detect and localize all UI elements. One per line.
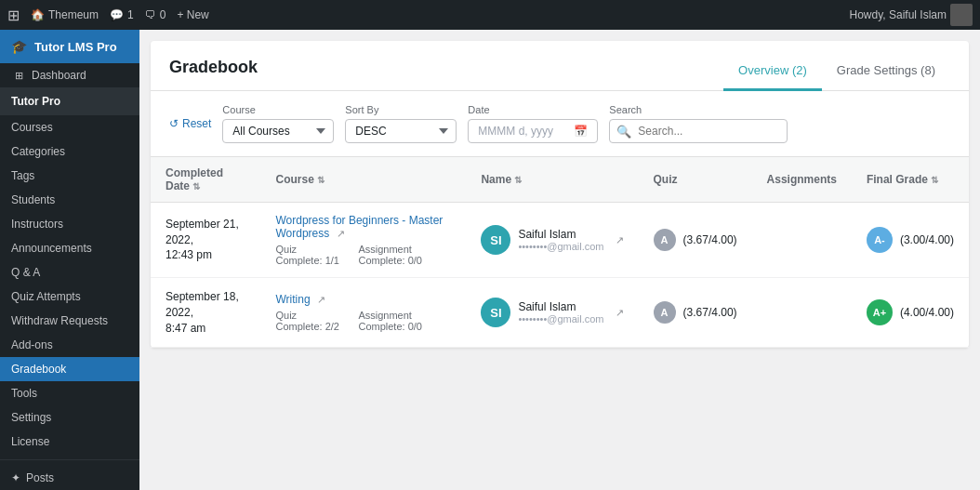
- sidebar-item-license[interactable]: License: [0, 430, 139, 454]
- license-label: License: [11, 435, 49, 448]
- search-input[interactable]: [609, 119, 788, 143]
- sortby-select[interactable]: DESC: [345, 119, 457, 143]
- sidebar: 🎓 Tutor LMS Pro ⊞ Dashboard Tutor Pro Co…: [0, 30, 139, 490]
- qa-label: Q & A: [11, 266, 40, 279]
- sidebar-item-courses[interactable]: Courses: [0, 115, 139, 139]
- response-icon: 🗨: [145, 8, 156, 21]
- comments-item[interactable]: 💬 1: [110, 8, 134, 21]
- sidebar-item-dashboard[interactable]: ⊞ Dashboard: [0, 63, 139, 87]
- th-completed-date[interactable]: Completed Date ⇅: [151, 157, 260, 203]
- th-assignments: Assignments: [752, 157, 852, 203]
- date-input[interactable]: MMMM d, yyyy 📅: [468, 119, 598, 143]
- reset-button[interactable]: ↺ Reset: [169, 113, 211, 134]
- cell-assignments-0: [752, 203, 852, 278]
- sortby-filter-label: Sort By: [345, 104, 457, 115]
- table-row: September 21, 2022, 12:43 pm Wordpress f…: [151, 203, 969, 278]
- gradebook-tabs: Overview (2) Grade Settings (8): [723, 56, 950, 90]
- sidebar-item-settings[interactable]: Settings: [0, 405, 139, 430]
- howdy-text: Howdy, Saiful Islam: [850, 8, 947, 21]
- user-avatar-0: SI: [481, 225, 510, 255]
- th-final-grade[interactable]: Final Grade ⇅: [852, 157, 969, 203]
- plugin-name: Tutor LMS Pro: [34, 40, 117, 54]
- sidebar-item-tools[interactable]: Tools: [0, 381, 139, 405]
- sidebar-item-gradebook[interactable]: Gradebook: [0, 357, 139, 381]
- home-icon: 🏠: [31, 8, 45, 21]
- main-content: Gradebook Overview (2) Grade Settings (8…: [139, 30, 980, 490]
- gradebook-header: Gradebook Overview (2) Grade Settings (8…: [151, 41, 969, 91]
- search-filter-label: Search: [609, 104, 788, 115]
- quiz-attempts-label: Quiz Attempts: [11, 290, 81, 303]
- user-avatar: [950, 4, 973, 26]
- th-name[interactable]: Name ⇅: [466, 157, 638, 203]
- course-ext-link-0[interactable]: ↗: [337, 228, 345, 239]
- courses-label: Courses: [11, 121, 53, 134]
- sidebar-item-tags[interactable]: Tags: [0, 164, 139, 188]
- cell-course-0: Wordpress for Beginners - Master Wordpre…: [260, 203, 466, 278]
- table-header-row: Completed Date ⇅ Course ⇅ Name ⇅ Quiz: [151, 157, 969, 203]
- gradebook-label: Gradebook: [11, 363, 66, 376]
- admin-bar-right: Howdy, Saiful Islam: [850, 4, 973, 26]
- search-filter: Search 🔍: [609, 104, 788, 143]
- calendar-icon: 📅: [574, 125, 588, 138]
- sortby-filter: Sort By DESC: [345, 104, 457, 143]
- students-label: Students: [11, 193, 55, 206]
- cell-quiz-1: A (3.67/4.00): [639, 278, 752, 348]
- sort-icon-course: ⇅: [317, 175, 324, 185]
- search-wrapper: 🔍: [609, 119, 788, 143]
- sidebar-item-students[interactable]: Students: [0, 188, 139, 212]
- wp-logo[interactable]: ⊞: [7, 7, 20, 24]
- cell-final-grade-1: A+ (4.00/4.00): [852, 278, 969, 348]
- posts-label: Posts: [26, 471, 54, 484]
- reset-icon: ↺: [169, 117, 179, 130]
- sidebar-item-withdraw-requests[interactable]: Withdraw Requests: [0, 309, 139, 333]
- plugin-logo[interactable]: 🎓 Tutor LMS Pro: [0, 30, 139, 63]
- sort-icon-date: ⇅: [192, 181, 200, 192]
- addons-label: Add-ons: [11, 338, 53, 351]
- th-quiz: Quiz: [639, 157, 752, 203]
- instructors-label: Instructors: [11, 218, 63, 231]
- tab-overview[interactable]: Overview (2): [723, 56, 822, 91]
- date-placeholder: MMMM d, yyyy: [478, 125, 553, 138]
- categories-label: Categories: [11, 145, 65, 158]
- sidebar-item-qa[interactable]: Q & A: [0, 260, 139, 285]
- sidebar-item-addons[interactable]: Add-ons: [0, 333, 139, 357]
- quiz-badge-0: A: [654, 229, 676, 251]
- admin-bar: ⊞ 🏠 Themeum 💬 1 🗨 0 + New Howdy, Saiful …: [0, 0, 980, 30]
- gradebook-table: Completed Date ⇅ Course ⇅ Name ⇅ Quiz: [151, 157, 969, 348]
- quiz-badge-1: A: [654, 301, 676, 324]
- course-filter-label: Course: [222, 104, 334, 115]
- final-grade-badge-1: A+: [867, 299, 893, 325]
- tools-label: Tools: [11, 387, 37, 400]
- plugin-header-label: Tutor Pro: [11, 95, 60, 108]
- date-filter: Date MMMM d, yyyy 📅: [468, 104, 598, 143]
- course-ext-link-1[interactable]: ↗: [317, 294, 325, 305]
- cell-date-0: September 21, 2022, 12:43 pm: [151, 203, 260, 278]
- sidebar-item-instructors[interactable]: Instructors: [0, 212, 139, 236]
- sidebar-item-categories[interactable]: Categories: [0, 139, 139, 164]
- settings-label: Settings: [11, 411, 51, 424]
- responses-item[interactable]: 🗨 0: [145, 8, 166, 21]
- cell-course-1: Writing ↗ Quiz Complete: 2/2 Assignment …: [260, 278, 466, 348]
- site-name[interactable]: 🏠 Themeum: [31, 8, 99, 21]
- sidebar-item-announcements[interactable]: Announcements: [0, 236, 139, 260]
- final-grade-badge-0: A-: [867, 227, 893, 253]
- tags-label: Tags: [11, 169, 34, 182]
- new-item[interactable]: + New: [177, 8, 208, 21]
- search-icon: 🔍: [616, 125, 631, 139]
- cell-quiz-0: A (3.67/4.00): [639, 203, 752, 278]
- announcements-label: Announcements: [11, 242, 92, 255]
- user-ext-link-1[interactable]: ↗: [616, 307, 624, 319]
- sidebar-item-quiz-attempts[interactable]: Quiz Attempts: [0, 285, 139, 309]
- dashboard-icon: ⊞: [11, 70, 26, 82]
- course-select[interactable]: All Courses: [222, 119, 334, 143]
- sort-icon-grade: ⇅: [931, 175, 938, 185]
- withdraw-requests-label: Withdraw Requests: [11, 314, 108, 327]
- sidebar-item-posts[interactable]: ✦ Posts: [0, 466, 139, 490]
- course-filter: Course All Courses: [222, 104, 334, 143]
- tab-grade-settings[interactable]: Grade Settings (8): [822, 56, 950, 91]
- user-avatar-1: SI: [481, 298, 510, 327]
- user-ext-link-0[interactable]: ↗: [616, 234, 624, 246]
- th-course[interactable]: Course ⇅: [260, 157, 466, 203]
- cell-name-0: SI Saiful Islam ••••••••@gmail.com ↗: [466, 203, 638, 278]
- plugin-icon: 🎓: [11, 39, 27, 54]
